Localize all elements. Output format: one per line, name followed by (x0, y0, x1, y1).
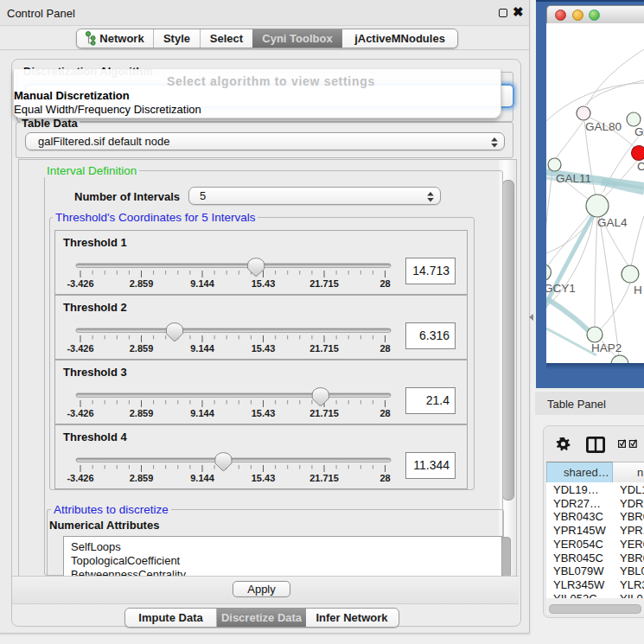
svg-text:-3.426: -3.426 (67, 343, 93, 354)
svg-text:-3.426: -3.426 (67, 278, 93, 289)
svg-text:21.715: 21.715 (309, 473, 339, 483)
svg-text:28: 28 (379, 408, 390, 418)
svg-text:9.144: 9.144 (190, 343, 214, 354)
svg-text:2.859: 2.859 (130, 408, 154, 418)
svg-text:GAL80: GAL80 (585, 120, 622, 133)
svg-text:21.715: 21.715 (309, 278, 339, 289)
svg-text:-3.426: -3.426 (67, 473, 93, 483)
svg-text:9.144: 9.144 (190, 473, 214, 483)
svg-text:15.43: 15.43 (252, 473, 276, 483)
svg-text:GAL4: GAL4 (597, 216, 628, 229)
svg-text:21.715: 21.715 (309, 343, 339, 354)
svg-text:9.144: 9.144 (190, 278, 214, 289)
svg-text:C: C (637, 160, 644, 173)
svg-text:GAL11: GAL11 (556, 172, 591, 185)
svg-text:15.43: 15.43 (252, 278, 276, 289)
svg-text:28: 28 (379, 278, 390, 289)
svg-text:28: 28 (379, 343, 390, 354)
svg-text:GA: GA (634, 125, 644, 138)
svg-text:2.859: 2.859 (130, 343, 154, 354)
svg-text:21.715: 21.715 (309, 408, 339, 418)
svg-text:15.43: 15.43 (252, 343, 276, 354)
svg-text:15.43: 15.43 (252, 408, 276, 418)
svg-text:-3.426: -3.426 (67, 408, 93, 418)
svg-text:2.859: 2.859 (130, 473, 154, 483)
svg-text:28: 28 (379, 473, 390, 483)
svg-text:H: H (634, 284, 642, 296)
svg-text:GCY1: GCY1 (546, 282, 576, 295)
svg-text:9.144: 9.144 (190, 408, 214, 418)
svg-text:HAP2: HAP2 (591, 341, 622, 354)
svg-text:2.859: 2.859 (130, 278, 154, 289)
